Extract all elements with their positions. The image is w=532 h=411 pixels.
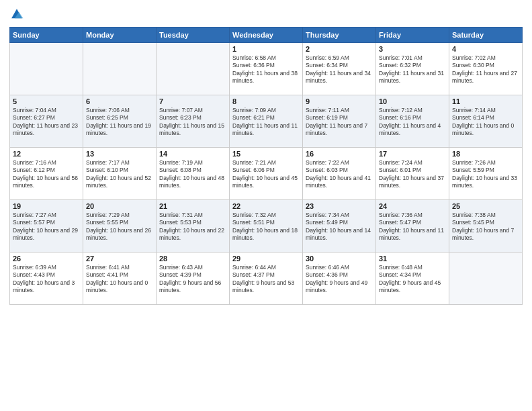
calendar-cell: 31Sunrise: 6:48 AMSunset: 4:34 PMDayligh… [376,253,449,305]
calendar-cell: 30Sunrise: 6:46 AMSunset: 4:36 PMDayligh… [303,253,376,305]
day-info: Sunrise: 6:41 AMSunset: 4:41 PMDaylight:… [86,264,153,295]
day-number: 14 [159,150,226,158]
header [9,7,523,21]
calendar-cell: 23Sunrise: 7:34 AMSunset: 5:49 PMDayligh… [303,200,376,253]
day-number: 4 [452,45,519,53]
day-number: 6 [86,97,153,105]
day-number: 28 [159,255,226,263]
calendar-cell: 13Sunrise: 7:17 AMSunset: 6:10 PMDayligh… [83,148,157,200]
calendar-cell: 29Sunrise: 6:44 AMSunset: 4:37 PMDayligh… [230,253,303,305]
day-number: 5 [13,97,80,105]
day-number: 24 [379,202,446,210]
calendar-cell: 6Sunrise: 7:06 AMSunset: 6:25 PMDaylight… [83,95,157,148]
day-info: Sunrise: 6:44 AMSunset: 4:37 PMDaylight:… [232,264,300,295]
calendar-cell: 5Sunrise: 7:04 AMSunset: 6:27 PMDaylight… [10,95,83,148]
day-info: Sunrise: 7:17 AMSunset: 6:10 PMDaylight:… [86,159,153,190]
day-info: Sunrise: 6:43 AMSunset: 4:39 PMDaylight:… [159,264,226,295]
day-number: 16 [306,150,373,158]
day-number: 25 [452,202,519,210]
day-number: 8 [232,97,300,105]
calendar-week-row: 26Sunrise: 6:39 AMSunset: 4:43 PMDayligh… [10,253,523,305]
day-number: 23 [306,202,373,210]
calendar-col-header: Tuesday [157,28,230,43]
day-info: Sunrise: 7:09 AMSunset: 6:21 PMDaylight:… [232,107,300,138]
calendar-cell: 7Sunrise: 7:07 AMSunset: 6:23 PMDaylight… [157,95,230,148]
day-info: Sunrise: 6:58 AMSunset: 6:36 PMDaylight:… [232,54,300,85]
day-number: 27 [86,255,153,263]
day-info: Sunrise: 7:02 AMSunset: 6:30 PMDaylight:… [452,54,519,85]
day-info: Sunrise: 7:07 AMSunset: 6:23 PMDaylight:… [159,107,226,138]
day-info: Sunrise: 6:48 AMSunset: 4:34 PMDaylight:… [379,264,446,295]
day-number: 20 [86,202,153,210]
calendar-cell: 15Sunrise: 7:21 AMSunset: 6:06 PMDayligh… [230,148,303,200]
day-number: 19 [13,202,80,210]
day-number: 18 [452,150,519,158]
day-number: 21 [159,202,226,210]
day-info: Sunrise: 7:29 AMSunset: 5:55 PMDaylight:… [86,212,153,242]
day-number: 10 [379,97,446,105]
calendar-cell: 22Sunrise: 7:32 AMSunset: 5:51 PMDayligh… [230,200,303,253]
calendar-week-row: 5Sunrise: 7:04 AMSunset: 6:27 PMDaylight… [10,95,523,148]
calendar-cell: 25Sunrise: 7:38 AMSunset: 5:45 PMDayligh… [449,200,523,253]
calendar-header-row: SundayMondayTuesdayWednesdayThursdayFrid… [10,28,523,43]
calendar-cell: 28Sunrise: 6:43 AMSunset: 4:39 PMDayligh… [157,253,230,305]
calendar-col-header: Thursday [303,28,376,43]
calendar-col-header: Friday [376,28,449,43]
calendar-cell: 17Sunrise: 7:24 AMSunset: 6:01 PMDayligh… [376,148,449,200]
day-number: 3 [379,45,446,53]
day-number: 29 [232,255,300,263]
day-number: 17 [379,150,446,158]
day-info: Sunrise: 7:01 AMSunset: 6:32 PMDaylight:… [379,54,446,85]
day-number: 9 [306,97,373,105]
calendar-cell: 16Sunrise: 7:22 AMSunset: 6:03 PMDayligh… [303,148,376,200]
calendar-cell: 1Sunrise: 6:58 AMSunset: 6:36 PMDaylight… [230,43,303,95]
calendar-cell: 21Sunrise: 7:31 AMSunset: 5:53 PMDayligh… [157,200,230,253]
calendar-cell [83,43,157,95]
calendar-cell: 19Sunrise: 7:27 AMSunset: 5:57 PMDayligh… [10,200,83,253]
day-info: Sunrise: 7:27 AMSunset: 5:57 PMDaylight:… [13,212,80,242]
day-number: 26 [13,255,80,263]
calendar-week-row: 1Sunrise: 6:58 AMSunset: 6:36 PMDaylight… [10,43,523,95]
calendar-col-header: Sunday [10,28,83,43]
calendar-cell: 10Sunrise: 7:12 AMSunset: 6:16 PMDayligh… [376,95,449,148]
day-info: Sunrise: 7:06 AMSunset: 6:25 PMDaylight:… [86,107,153,138]
day-number: 31 [379,255,446,263]
calendar-week-row: 12Sunrise: 7:16 AMSunset: 6:12 PMDayligh… [10,148,523,200]
calendar: SundayMondayTuesdayWednesdayThursdayFrid… [9,27,523,305]
day-info: Sunrise: 7:26 AMSunset: 5:59 PMDaylight:… [452,159,519,190]
calendar-cell [10,43,83,95]
calendar-col-header: Wednesday [230,28,303,43]
day-info: Sunrise: 7:14 AMSunset: 6:14 PMDaylight:… [452,107,519,138]
day-info: Sunrise: 7:12 AMSunset: 6:16 PMDaylight:… [379,107,446,138]
day-info: Sunrise: 7:11 AMSunset: 6:19 PMDaylight:… [306,107,373,138]
day-number: 13 [86,150,153,158]
day-number: 11 [452,97,519,105]
calendar-cell: 4Sunrise: 7:02 AMSunset: 6:30 PMDaylight… [449,43,523,95]
calendar-cell: 20Sunrise: 7:29 AMSunset: 5:55 PMDayligh… [83,200,157,253]
day-number: 22 [232,202,300,210]
calendar-cell [449,253,523,305]
calendar-cell: 9Sunrise: 7:11 AMSunset: 6:19 PMDaylight… [303,95,376,148]
calendar-cell: 3Sunrise: 7:01 AMSunset: 6:32 PMDaylight… [376,43,449,95]
calendar-cell [157,43,230,95]
day-info: Sunrise: 7:36 AMSunset: 5:47 PMDaylight:… [379,212,446,242]
day-number: 1 [232,45,300,53]
calendar-cell: 14Sunrise: 7:19 AMSunset: 6:08 PMDayligh… [157,148,230,200]
page: SundayMondayTuesdayWednesdayThursdayFrid… [0,0,532,411]
day-number: 7 [159,97,226,105]
day-info: Sunrise: 7:38 AMSunset: 5:45 PMDaylight:… [452,212,519,242]
day-number: 2 [306,45,373,53]
calendar-cell: 24Sunrise: 7:36 AMSunset: 5:47 PMDayligh… [376,200,449,253]
day-number: 30 [306,255,373,263]
calendar-cell: 26Sunrise: 6:39 AMSunset: 4:43 PMDayligh… [10,253,83,305]
day-info: Sunrise: 7:31 AMSunset: 5:53 PMDaylight:… [159,212,226,242]
day-info: Sunrise: 6:46 AMSunset: 4:36 PMDaylight:… [306,264,373,295]
day-info: Sunrise: 7:24 AMSunset: 6:01 PMDaylight:… [379,159,446,190]
calendar-cell: 12Sunrise: 7:16 AMSunset: 6:12 PMDayligh… [10,148,83,200]
logo [9,7,27,21]
calendar-cell: 11Sunrise: 7:14 AMSunset: 6:14 PMDayligh… [449,95,523,148]
calendar-cell: 8Sunrise: 7:09 AMSunset: 6:21 PMDaylight… [230,95,303,148]
day-info: Sunrise: 7:21 AMSunset: 6:06 PMDaylight:… [232,159,300,190]
calendar-cell: 2Sunrise: 6:59 AMSunset: 6:34 PMDaylight… [303,43,376,95]
day-info: Sunrise: 7:16 AMSunset: 6:12 PMDaylight:… [13,159,80,190]
